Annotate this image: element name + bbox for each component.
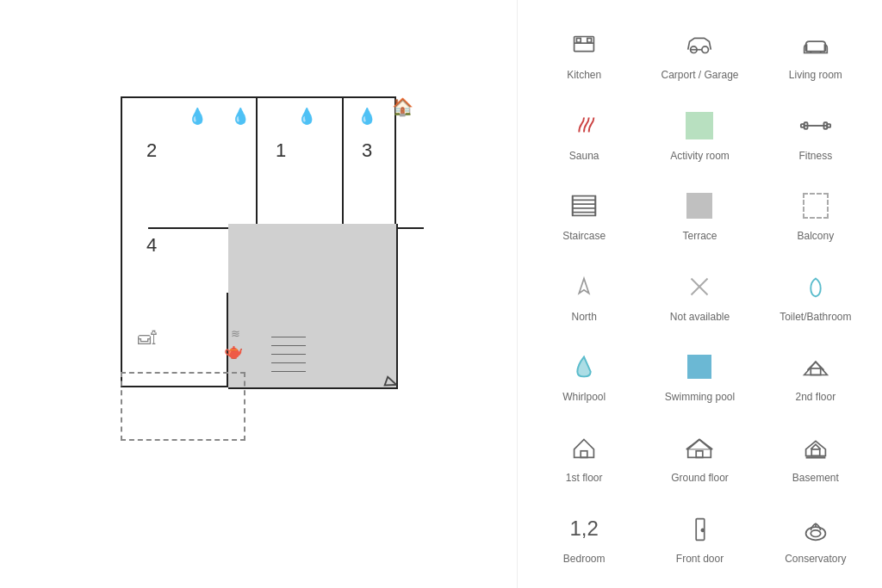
conservatory-icon [795,508,836,549]
pool-icon [679,346,720,387]
water-drop-1: 💧 [188,107,200,122]
room-label-2: 2 [146,139,157,162]
front-door-label: Front door [676,553,724,566]
staircase-icon [563,185,605,226]
carport-icon [679,24,720,65]
activity-label: Activity room [670,150,730,164]
basement-icon [795,427,836,468]
legend-item-front-door: Front door [642,501,757,573]
ground-floor-label: Ground floor [671,472,729,486]
north-icon [563,266,605,307]
legend-item-not-available: Not available [642,259,757,331]
legend-item-living: Living room [758,17,873,90]
basement-label: Basement [792,472,839,486]
kettle-icon: 🫖 [224,342,243,361]
legend-item-conservatory: Conservatory [758,501,873,573]
2nd-floor-icon [795,346,836,387]
2nd-floor-label: 2nd floor [795,391,835,405]
conservatory-label: Conservatory [785,553,846,566]
bedroom-text: 1,2 [569,518,598,539]
room-label-3: 3 [362,139,372,162]
water-drop-4: 💧 [357,107,370,122]
water-drop-3: 💧 [297,107,309,122]
1st-floor-label: 1st floor [566,472,603,486]
pool-label: Swimming pool [665,391,735,405]
room-label-4: 4 [146,234,157,257]
legend-item-activity: Activity room [642,98,757,170]
living-label: Living room [789,69,842,83]
floor-plan-area: 💧 💧 💧 💧 2 1 3 4 5 🛋 ≋ 🫖 🏠 ⊳ [0,0,517,588]
svg-rect-3 [587,38,592,42]
svg-marker-25 [575,439,594,457]
legend-item-bedroom: 1,2 Bedroom [526,501,642,573]
legend-item-balcony: Balcony [758,178,873,251]
svg-rect-13 [827,124,830,127]
floor-plan: 💧 💧 💧 💧 2 1 3 4 5 🛋 ≋ 🫖 🏠 ⊳ [95,96,422,492]
north-label: North [571,311,596,325]
bedroom-icon: 1,2 [563,508,605,549]
svg-rect-26 [581,451,587,458]
room-label-1: 1 [276,139,286,162]
activity-icon [679,105,720,146]
1st-floor-icon [563,427,605,468]
fitness-icon [795,105,836,146]
terrace-icon [679,185,720,226]
fitness-label: Fitness [798,150,832,164]
legend-item-kitchen: Kitchen [526,17,642,90]
gray-area [228,224,398,389]
legend-item-ground-floor: Ground floor [642,420,757,492]
svg-line-31 [699,439,712,449]
activity-square [686,112,713,139]
svg-rect-12 [801,124,804,127]
legend-item-pool: Swimming pool [642,339,757,412]
whirlpool-label: Whirlpool [562,391,606,405]
carport-label: Carport / Garage [661,69,738,83]
legend-item-north: North [526,259,642,331]
kitchen-label: Kitchen [567,69,601,83]
terrace-square [686,193,712,219]
svg-marker-21 [579,278,588,293]
balcony-label: Balcony [797,230,834,244]
balcony-icon [795,185,836,226]
bedroom-label: Bedroom [563,553,606,566]
svg-marker-32 [805,441,825,455]
sofa-icon: 🛋 [138,327,157,350]
legend-grid: Kitchen Carport / Garage [526,17,873,573]
staircase-symbol [271,329,306,381]
legend-item-1st-floor: 1st floor [526,420,642,492]
living-icon [795,24,836,65]
dashed-area [121,372,245,441]
legend-item-carport: Carport / Garage [642,17,757,90]
room-divider-v1 [256,98,258,227]
steam-icon: ≋ [231,327,242,340]
legend-item-whirlpool: Whirlpool [526,339,642,412]
svg-point-37 [805,527,825,540]
svg-point-5 [702,46,709,53]
whirlpool-icon [563,346,605,387]
pool-square [687,355,711,379]
legend-item-2nd-floor: 2nd floor [758,339,873,412]
front-door-icon [679,508,720,549]
legend-item-staircase: Staircase [526,178,642,251]
kitchen-icon [563,24,605,65]
svg-rect-28 [697,451,704,458]
legend-item-toilet: Toilet/Bathroom [758,259,873,331]
room-divider-v2 [342,98,344,227]
sauna-icon [563,105,605,146]
svg-rect-24 [811,368,820,375]
toilet-label: Toilet/Bathroom [780,311,851,325]
svg-rect-2 [577,38,581,42]
legend-item-basement: Basement [758,420,873,492]
toilet-icon [795,266,836,307]
sauna-label: Sauna [569,150,599,164]
ground-floor-icon [679,427,720,468]
legend-item-terrace: Terrace [642,178,757,251]
balcony-square [803,193,829,219]
house-icon: 🏠 [392,96,413,117]
staircase-label: Staircase [562,230,606,244]
legend-item-sauna: Sauna [526,98,642,170]
svg-rect-33 [811,449,820,456]
not-available-icon [679,266,720,307]
terrace-label: Terrace [682,230,717,244]
not-available-label: Not available [670,311,730,325]
